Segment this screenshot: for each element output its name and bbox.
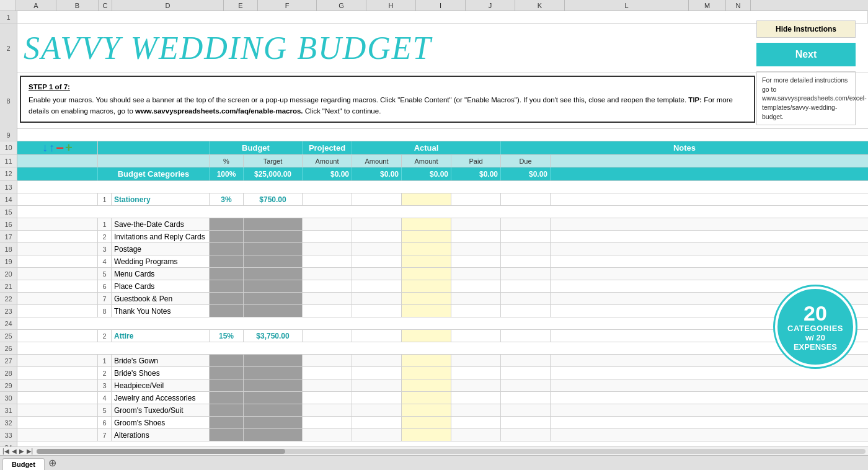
col-header-f: F	[258, 0, 317, 11]
due-subheader: Due	[501, 155, 551, 167]
paid-total: $0.00	[451, 167, 501, 180]
spreadsheet-container: A B C D E F G H I J K L M N 1 2 SAVVY WE…	[0, 0, 868, 470]
scroll-right-icon[interactable]: ▶	[18, 448, 25, 454]
col-header-row-num	[0, 0, 16, 11]
col-header-l: L	[565, 0, 689, 11]
arrow-up-icon[interactable]: ↑	[49, 141, 55, 154]
attire-category-row: 25 2 Attire 15% $3,750.00 20 CATEGORIES …	[0, 330, 868, 342]
row-num-9: 9	[0, 129, 17, 141]
col-header-e: E	[224, 0, 258, 11]
groom-tux-label: Groom's Tuxedo/Suit	[112, 404, 210, 416]
thank-you-label: Thank You Notes	[112, 305, 210, 317]
col-header-n: N	[726, 0, 751, 11]
title-area: SAVVY WEDDING BUDGET	[17, 24, 868, 66]
budget-tab[interactable]: Budget	[2, 458, 45, 470]
list-item: 30 4 Jewelry and Accessories	[0, 392, 868, 404]
menu-cards-label: Menu Cards	[112, 268, 210, 280]
row-num-14: 14	[0, 193, 17, 205]
headpiece-label: Headpiece/Veil	[112, 379, 210, 391]
row-num-8: 8	[0, 73, 17, 129]
list-item: 16 1 Save-the-Date Cards	[0, 218, 868, 231]
invitations-label: Invitations and Reply Cards	[112, 231, 210, 242]
paid-subheader: Paid	[451, 155, 501, 167]
scroll-left-icon[interactable]: ◀	[11, 448, 18, 454]
row-num-12: 12	[0, 167, 17, 180]
actual-amount-subheader: Amount	[402, 155, 451, 167]
postage-label: Postage	[112, 243, 210, 255]
budget-header: Budget	[210, 141, 303, 154]
column-headers: A B C D E F G H I J K L M N	[0, 0, 868, 11]
arrow-down-icon[interactable]: ↓	[42, 141, 48, 154]
list-item: 17 2 Invitations and Reply Cards	[0, 231, 868, 243]
list-item: 33 7 Alterations	[0, 429, 868, 441]
place-cards-label: Place Cards	[112, 280, 210, 292]
brides-shoes-label: Bride's Shoes	[112, 367, 210, 379]
stationery-label: Stationery	[112, 195, 151, 204]
stationery-pct: 3%	[210, 193, 244, 205]
col-header-i: I	[416, 0, 466, 11]
total-target: $25,000.00	[244, 167, 303, 180]
list-item: 32 6 Groom's Shoes	[0, 417, 868, 429]
horizontal-scrollbar[interactable]: |◀ ◀ ▶ ▶|	[0, 446, 868, 455]
col-header-g: G	[317, 0, 366, 11]
list-item: 28 2 Bride's Shoes	[0, 367, 868, 379]
next-button[interactable]: Next	[756, 43, 856, 66]
list-item: 20 5 Menu Cards	[0, 268, 868, 280]
groom-shoes-label: Groom's Shoes	[112, 417, 210, 428]
actual-header: Actual	[352, 141, 501, 154]
badge-with: w/ 20	[805, 333, 825, 342]
budget-amount-subheader: Amount	[303, 155, 352, 167]
col-header-a: A	[16, 0, 56, 11]
list-item: 27 1 Bride's Gown	[0, 355, 868, 367]
nav-arrows-area: ↓ ↑ − +	[42, 141, 73, 155]
col-header-m: M	[689, 0, 726, 11]
attire-label: Attire	[112, 332, 133, 340]
save-date-cards-label: Save-the-Date Cards	[112, 218, 210, 230]
projected-amount-subheader: Amount	[352, 155, 402, 167]
plus-icon[interactable]: +	[65, 141, 73, 155]
list-item: 19 4 Wedding Programs	[0, 255, 868, 268]
total-amount: $0.00	[303, 167, 352, 180]
app-title: SAVVY WEDDING BUDGET	[24, 30, 432, 66]
list-item: 18 3 Postage	[0, 243, 868, 255]
sheet-tabs: Budget ⊕	[0, 455, 868, 470]
due-total: $0.00	[501, 167, 551, 180]
actual-total: $0.00	[402, 167, 451, 180]
total-pct: 100%	[210, 167, 244, 180]
row-num-11: 11	[0, 155, 17, 167]
list-item: 31 5 Groom's Tuxedo/Suit	[0, 404, 868, 417]
instructions-box: STEP 1 of 7: Enable your macros. You sho…	[20, 76, 755, 123]
list-item: 21 6 Place Cards	[0, 280, 868, 293]
scroll-left-start-icon[interactable]: |◀	[1, 448, 11, 454]
attire-pct: 15%	[210, 330, 244, 342]
col-header-c: C	[99, 0, 112, 11]
col-header-k: K	[515, 0, 565, 11]
scroll-right-end-icon[interactable]: ▶|	[25, 448, 35, 454]
row-num-2: 2	[0, 24, 17, 73]
row-num-15: 15	[0, 206, 17, 218]
minus-icon[interactable]: −	[56, 143, 64, 154]
badge-categories: CATEGORIES	[787, 324, 843, 333]
programs-label: Wedding Programs	[112, 255, 210, 267]
scrollbar-thumb[interactable]	[37, 449, 285, 454]
list-item: 23 8 Thank You Notes	[0, 305, 868, 317]
projected-header: Projected	[303, 141, 352, 154]
hide-instructions-button[interactable]: Hide Instructions	[756, 20, 856, 38]
col-header-j: J	[466, 0, 515, 11]
budget-categories-blank-header	[98, 141, 210, 154]
notes-header: Notes	[501, 141, 868, 154]
step-label: STEP 1 of 7:	[29, 82, 746, 92]
row-num-13: 13	[0, 181, 17, 193]
alterations-label: Alterations	[112, 429, 210, 441]
row-num-1: 1	[0, 11, 17, 23]
list-item: 22 7 Guestbook & Pen	[0, 293, 868, 305]
col-header-b: B	[56, 0, 99, 11]
pct-subheader: %	[210, 155, 244, 167]
budget-categories-label: Budget Categories	[98, 167, 210, 180]
col-header-h: H	[366, 0, 416, 11]
add-sheet-button[interactable]: ⊕	[45, 456, 60, 470]
col-header-d: D	[112, 0, 224, 11]
stationery-category-row: 14 1 Stationery 3% $750.00	[0, 193, 868, 206]
list-item: 29 3 Headpiece/Veil	[0, 379, 868, 392]
brides-gown-label: Bride's Gown	[112, 355, 210, 366]
